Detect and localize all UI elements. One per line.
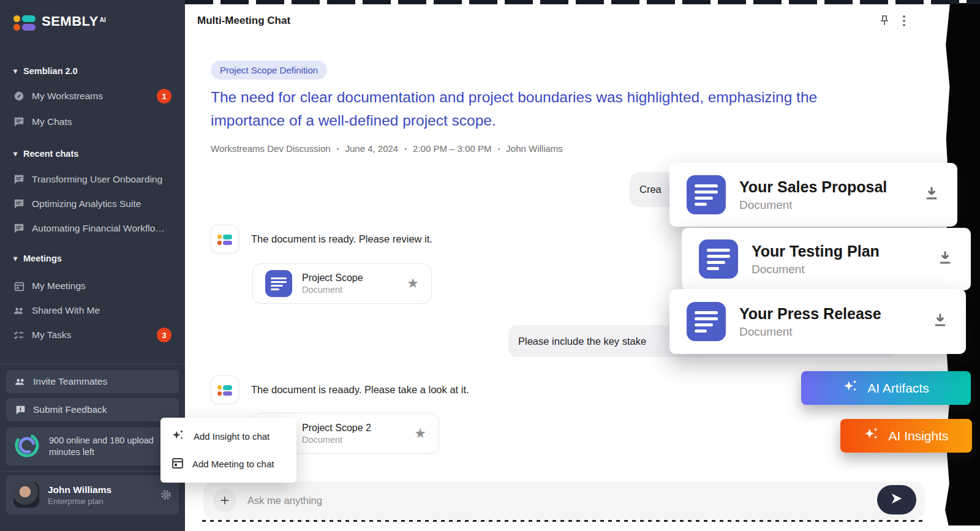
ask-input[interactable]: [247, 495, 915, 507]
sparkle-icon: [172, 429, 185, 444]
avatar: [13, 482, 39, 508]
sparkle-icon: [864, 426, 880, 445]
chat-input-bar: [203, 481, 925, 519]
sidebar-item-my-tasks[interactable]: My Tasks 3: [13, 330, 172, 341]
sketch-border-bottom: [202, 520, 925, 522]
sidebar-item-recent-chat[interactable]: Automating Financial Workflo…: [13, 223, 172, 234]
feedback-icon: [15, 404, 26, 415]
sidebar-item-my-meetings[interactable]: My Meetings: [13, 281, 172, 292]
attachment-type: Document: [302, 435, 371, 445]
sembly-logo-icon: [217, 385, 232, 396]
user-profile[interactable]: John Williams Enterprise plan: [6, 475, 179, 514]
send-icon: [890, 492, 903, 508]
meta-source: Workstreams Dev Discussion: [211, 143, 331, 154]
kebab-menu-icon[interactable]: [903, 13, 905, 28]
menu-item-add-insight[interactable]: Add Insight to chat: [160, 423, 296, 450]
calendar-icon: [172, 457, 184, 471]
divider: [0, 471, 185, 472]
calendar-icon: [13, 281, 24, 292]
usage-ring-icon: [13, 432, 40, 462]
meeting-meta: Workstreams Dev Discussion • June 4, 202…: [211, 143, 563, 154]
chat-icon: [13, 223, 24, 234]
pin-icon[interactable]: [877, 13, 892, 31]
people-icon: [13, 305, 24, 316]
chevron-down-icon: ▾: [13, 254, 17, 263]
brand-name: SEMBLYAI: [42, 13, 106, 29]
compass-icon: [13, 91, 24, 102]
topic-tag[interactable]: Project Scope Definition: [211, 61, 327, 80]
profile-plan: Enterprise plan: [48, 497, 152, 506]
workstreams-badge: 1: [157, 89, 172, 104]
document-icon: [687, 302, 726, 341]
menu-item-add-meeting[interactable]: Add Meeting to chat: [160, 450, 296, 478]
ai-artifacts-button[interactable]: AI Artifacts: [801, 371, 971, 405]
artifact-card-sales-proposal[interactable]: Your Sales Proposal Document: [669, 163, 957, 227]
people-icon: [15, 376, 26, 387]
sidebar-item-recent-chat[interactable]: Transforming User Onboarding: [13, 174, 172, 185]
gear-icon[interactable]: [160, 489, 172, 500]
artifact-card-testing-plan[interactable]: Your Testing Plan Document: [682, 228, 971, 290]
download-icon[interactable]: [923, 185, 940, 205]
page-title: Multi-Meeting Chat: [197, 15, 290, 27]
chevron-down-icon: ▾: [13, 149, 17, 158]
sidebar-section-meetings[interactable]: ▾ Meetings: [13, 254, 172, 263]
sidebar-item-recent-chat[interactable]: Optimizing Analytics Suite: [13, 198, 172, 209]
star-icon[interactable]: ★: [414, 426, 426, 442]
attachment-card[interactable]: Project Scope Document ★: [252, 263, 432, 304]
document-icon: [687, 175, 726, 214]
sidebar-item-my-chats[interactable]: My Chats: [13, 116, 172, 127]
meta-date: June 4, 2024: [345, 143, 398, 154]
sembly-bot-avatar: [211, 375, 239, 404]
profile-name: John Williams: [48, 484, 152, 495]
sidebar-item-my-workstreams[interactable]: My Workstreams 1: [13, 91, 172, 102]
attachment-title: Project Scope 2: [302, 423, 371, 434]
sketch-border-top: [185, 0, 980, 4]
chevron-down-icon: ▾: [13, 67, 17, 75]
attachment-type: Document: [302, 285, 363, 295]
usage-text: 900 online and 180 upload minutes left: [49, 435, 172, 458]
sparkle-icon: [843, 378, 859, 397]
bot-message-text: The document is ready. Please review it.: [251, 233, 432, 245]
document-icon: [699, 239, 738, 279]
divider: [0, 364, 185, 364]
download-icon[interactable]: [937, 249, 954, 269]
document-icon: [265, 270, 292, 297]
chat-icon: [13, 174, 24, 185]
chat-icon: [13, 198, 24, 209]
sembly-logo-icon: [13, 15, 36, 31]
context-menu: Add Insight to chat Add Meeting to chat: [160, 418, 296, 483]
usage-meter[interactable]: 900 online and 180 upload minutes left: [6, 427, 179, 465]
send-button[interactable]: [877, 485, 916, 514]
sidebar: SEMBLYAI ▾ Semblian 2.0 My Workstreams 1…: [0, 0, 185, 531]
tasks-icon: [13, 330, 24, 341]
sembly-bot-avatar: [211, 225, 239, 253]
bot-message: The document is reaady. Please take a lo…: [211, 375, 469, 404]
ai-insights-button[interactable]: AI Insights: [840, 419, 972, 453]
meta-time: 2:00 PM – 3:00 PM: [413, 143, 491, 154]
bot-message: The document is ready. Please review it.: [211, 225, 432, 253]
star-icon[interactable]: ★: [407, 276, 419, 292]
summary-headline: The need for clear documentation and pro…: [211, 86, 872, 132]
sembly-logo-icon: [217, 235, 232, 245]
invite-teammates-button[interactable]: Invite Teammates: [6, 370, 179, 393]
submit-feedback-button[interactable]: Submit Feedback: [6, 398, 179, 421]
attachment-title: Project Scope: [302, 273, 363, 284]
sidebar-section-recent-chats[interactable]: ▾ Recent chats: [13, 149, 172, 159]
chat-icon: [13, 116, 24, 127]
add-attachment-button[interactable]: [213, 489, 236, 512]
artifact-card-press-release[interactable]: Your Press Release Document: [669, 289, 966, 354]
bot-message-text: The document is reaady. Please take a lo…: [251, 384, 469, 396]
sidebar-item-shared-with-me[interactable]: Shared With Me: [13, 305, 172, 316]
sidebar-section-semblian[interactable]: ▾ Semblian 2.0: [13, 66, 172, 76]
meta-author: John Williams: [506, 143, 563, 154]
tasks-badge: 3: [157, 328, 172, 342]
download-icon[interactable]: [932, 312, 949, 331]
sembly-logo: SEMBLYAI: [13, 13, 106, 31]
